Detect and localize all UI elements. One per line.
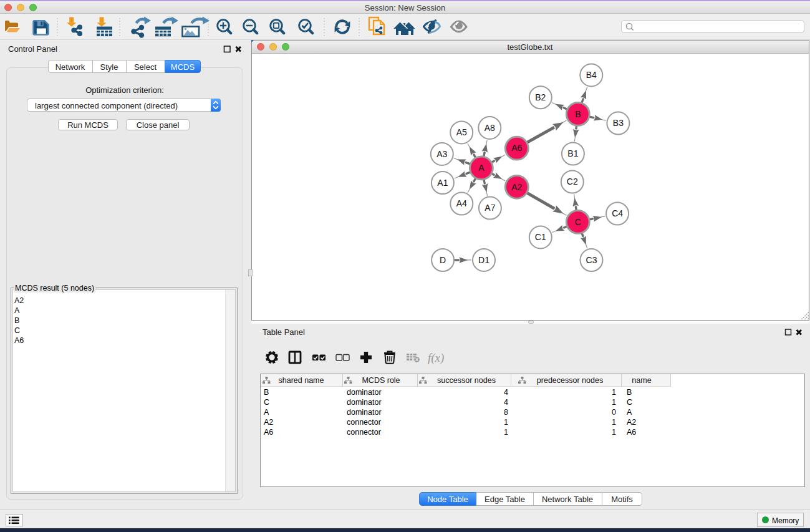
svg-text:B: B: [575, 109, 581, 119]
svg-text:C1: C1: [535, 232, 546, 242]
svg-text:A1: A1: [437, 178, 448, 188]
svg-text:A4: A4: [456, 198, 467, 208]
svg-text:C: C: [575, 217, 581, 227]
svg-text:D1: D1: [478, 255, 489, 265]
svg-text:D: D: [440, 255, 446, 265]
svg-text:f(x): f(x): [428, 351, 444, 365]
svg-text:B3: B3: [613, 118, 624, 128]
svg-text:C4: C4: [612, 208, 623, 218]
svg-text:A6: A6: [511, 143, 522, 153]
svg-text:B2: B2: [535, 92, 546, 102]
svg-text:A: A: [478, 163, 485, 173]
svg-text:A8: A8: [485, 123, 495, 133]
svg-text:A5: A5: [456, 127, 467, 137]
svg-text:A2: A2: [511, 182, 522, 192]
svg-text:A7: A7: [485, 203, 495, 213]
svg-text:C2: C2: [567, 177, 578, 186]
svg-text:B1: B1: [567, 148, 578, 158]
svg-text:B4: B4: [586, 70, 597, 80]
svg-text:A3: A3: [436, 149, 447, 159]
svg-text:C3: C3: [586, 255, 597, 265]
